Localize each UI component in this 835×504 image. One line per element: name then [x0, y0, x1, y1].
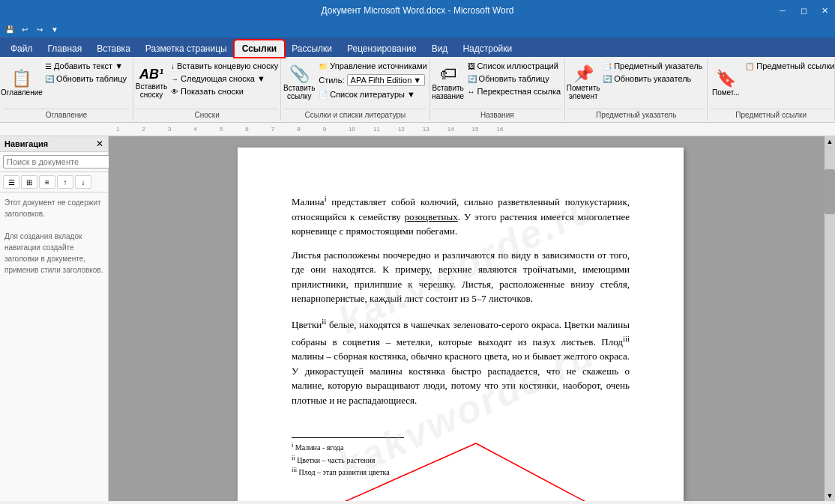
save-qat-button[interactable]: 💾 [3, 22, 16, 36]
tab-home[interactable]: Главная [40, 40, 90, 57]
add-text-button[interactable]: ☰ Добавить текст ▼ [42, 60, 130, 72]
navigation-panel: Навигация ✕ 🔍 ▼ ☰ ⊞ ≡ ↑ ↓ Этот документ … [0, 136, 109, 501]
ribbon-group-index: 📌 Пометитьэлемент 📑 Предметный указатель… [565, 58, 708, 121]
nav-view-extra2[interactable]: ↓ [75, 175, 91, 189]
captions-group-label: Названия [433, 109, 562, 119]
toc-group-label: Оглавление [3, 109, 130, 119]
tab-file[interactable]: Файл [3, 40, 40, 57]
add-text-icon: ☰ [45, 62, 52, 70]
cross-reference-button[interactable]: ↔ Перекрестная ссылка [465, 85, 564, 97]
show-footnotes-button[interactable]: 👁 Показать сноски [168, 85, 281, 97]
nav-content-hint: Для создания вкладок навигации создайте … [4, 231, 103, 276]
nav-content: Этот документ не содержит заголовков. Дл… [0, 192, 108, 501]
manage-sources-icon: 📁 [319, 62, 328, 70]
scroll-area[interactable]: kakvworde.ru kakvworde.ru Малинаi предст… [109, 136, 835, 501]
tab-page-layout[interactable]: Разметка страницы [138, 40, 235, 57]
citation-label: Вставитьссылку [283, 84, 315, 100]
tab-review[interactable]: Рецензирование [340, 40, 424, 57]
mark-entry-button[interactable]: 📌 Пометитьэлемент [568, 60, 598, 106]
window-controls: ─ ◻ ✕ [772, 0, 835, 21]
insert-endnote-button[interactable]: ↓ Вставить концевую сноску [168, 60, 281, 72]
main-area: Навигация ✕ 🔍 ▼ ☰ ⊞ ≡ ↑ ↓ Этот документ … [0, 136, 835, 501]
caption-icon: 🏷 [440, 66, 456, 82]
restore-button[interactable]: ◻ [793, 0, 814, 21]
nav-content-text: Этот документ не содержит заголовков. [4, 197, 103, 219]
citation-icon: 📎 [289, 66, 310, 82]
footnotes-small-buttons: ↓ Вставить концевую сноску → Следующая с… [168, 60, 281, 97]
scrollbar-thumb[interactable] [825, 169, 835, 214]
nav-view-pages[interactable]: ⊞ [21, 175, 37, 189]
scroll-up-button[interactable]: ▲ [825, 136, 835, 147]
title-bar: Документ Microsoft Word.docx - Microsoft… [0, 0, 835, 21]
insert-caption-button[interactable]: 🏷 Вставитьназвание [433, 60, 463, 106]
close-button[interactable]: ✕ [814, 0, 835, 21]
nav-close-button[interactable]: ✕ [96, 139, 103, 149]
toc-button[interactable]: 📋 Оглавление [3, 60, 40, 106]
update-table-captions-button[interactable]: 🔄 Обновить таблицу [465, 73, 564, 85]
cross-ref-icon: ↔ [468, 88, 475, 96]
update-cap-icon: 🔄 [468, 75, 477, 83]
minimize-button[interactable]: ─ [772, 0, 793, 21]
index-label: Предметный указатель [614, 61, 702, 70]
qat-customize-button[interactable]: ▼ [48, 22, 61, 36]
nav-search-area: 🔍 ▼ [0, 152, 108, 172]
show-footnotes-icon: 👁 [171, 88, 178, 96]
toa-ins-label: Предметный ссылки [756, 61, 834, 70]
toc-small-buttons: ☰ Добавить текст ▼ 🔄 Обновить таблицу [42, 60, 130, 85]
bibliography-button[interactable]: 📄 Список литературы ▼ [316, 88, 429, 100]
nav-view-results[interactable]: ≡ [39, 175, 55, 189]
undo-qat-button[interactable]: ↩ [18, 22, 31, 36]
next-footnote-icon: → [171, 75, 178, 83]
tab-view[interactable]: Вид [424, 40, 456, 57]
toa-ins-icon: 📋 [745, 62, 754, 70]
insert-index-button[interactable]: 📑 Предметный указатель [600, 60, 705, 72]
nav-view-extra1[interactable]: ↑ [57, 175, 73, 189]
index-group-content: 📌 Пометитьэлемент 📑 Предметный указатель… [568, 60, 704, 107]
tab-addins[interactable]: Надстройки [455, 40, 519, 57]
citations-group-label: Ссылки и списки литературы [284, 109, 426, 119]
nav-search-input[interactable] [3, 155, 114, 168]
endnote-label: Вставить концевую сноску [177, 61, 278, 70]
footnotes-group-label: Сноски [136, 109, 277, 119]
doc-content: Малинаi представляет собой колючий, силь… [292, 192, 630, 478]
toa-group-label: Предметный ссылки [711, 109, 831, 119]
toa-group-content: 🔖 Помет... 📋 Предметный ссылки [711, 60, 831, 107]
toa-label: Помет... [712, 88, 740, 97]
ribbon-group-toc: 📋 Оглавление ☰ Добавить текст ▼ 🔄 Обнови… [0, 58, 133, 121]
mark-citation-button[interactable]: 🔖 Помет... [711, 60, 741, 106]
insert-citation-button[interactable]: 📎 Вставитьссылку [284, 60, 314, 106]
footnotes-group-content: AB¹ Вставитьсноску ↓ Вставить концевую с… [136, 60, 277, 107]
captions-small-buttons: 🖼 Список иллюстраций 🔄 Обновить таблицу … [465, 60, 564, 97]
update-index-button[interactable]: 🔄 Обновить указатель [600, 73, 705, 85]
redo-qat-button[interactable]: ↪ [33, 22, 46, 36]
toa-insert-button[interactable]: 📋 Предметный ссылки [742, 60, 835, 72]
quick-access-toolbar: 💾 ↩ ↪ ▼ [0, 21, 835, 37]
next-footnote-button[interactable]: → Следующая сноска ▼ [168, 73, 281, 85]
nav-view-headings[interactable]: ☰ [3, 175, 19, 189]
tab-insert[interactable]: Вставка [89, 40, 138, 57]
underlined-word: розоцветных [405, 211, 458, 222]
index-small-buttons: 📑 Предметный указатель 🔄 Обновить указат… [600, 60, 705, 85]
footnote-separator [292, 437, 404, 438]
tab-mailings[interactable]: Рассылки [284, 40, 340, 57]
scroll-down-button[interactable]: ▼ [825, 491, 835, 501]
style-dropdown[interactable]: APA Fifth Edition ▼ [347, 74, 426, 86]
sup-3: iii [623, 334, 630, 343]
update-table-toc-button[interactable]: 🔄 Обновить таблицу [42, 73, 130, 85]
app-title: Документ Microsoft Word.docx - Microsoft… [322, 5, 514, 16]
toc-label: Оглавление [1, 88, 43, 97]
tab-references[interactable]: Ссылки [235, 40, 284, 57]
figures-label: Список иллюстраций [477, 61, 558, 70]
vertical-scrollbar[interactable]: ▲ ▼ [825, 136, 835, 501]
footnote-label: Вставитьсноску [136, 82, 167, 99]
style-dropdown-button[interactable]: Стиль: APA Fifth Edition ▼ [316, 73, 429, 88]
style-label-text: Стиль: [319, 76, 344, 85]
manage-sources-button[interactable]: 📁 Управление источниками [316, 60, 429, 72]
insert-footnote-button[interactable]: AB¹ Вставитьсноску [136, 60, 166, 106]
nav-panel-title: Навигация [4, 139, 48, 148]
paragraph-1: Малинаi представляет собой колючий, силь… [292, 192, 630, 239]
cross-ref-label: Перекрестная ссылка [477, 87, 561, 96]
ribbon-tabs: Файл Главная Вставка Разметка страницы С… [0, 37, 835, 57]
nav-view-buttons: ☰ ⊞ ≡ ↑ ↓ [0, 172, 108, 192]
list-of-figures-button[interactable]: 🖼 Список иллюстраций [465, 60, 564, 72]
